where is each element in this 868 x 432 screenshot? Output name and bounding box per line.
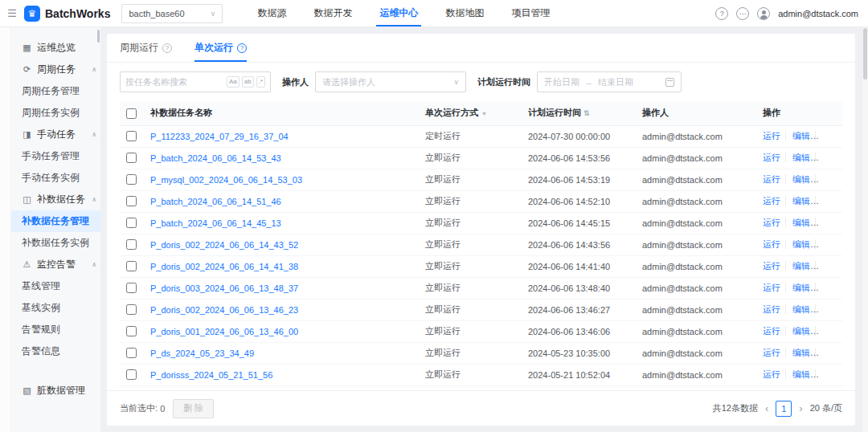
nav-item-data-source[interactable]: 数据源: [244, 0, 300, 26]
filter-funnel-icon[interactable]: ▼: [481, 111, 487, 116]
task-name-link[interactable]: P_doris_002_2024_06_06_13_46_23: [150, 305, 298, 315]
run-action[interactable]: 运行: [763, 283, 780, 292]
run-action[interactable]: 运行: [763, 174, 780, 184]
date-range-picker[interactable]: 开始日期 → 结束日期: [537, 71, 682, 92]
sidebar-item-cycle-task[interactable]: ⟳周期任务∧: [11, 59, 100, 80]
sidebar-item-manual-task-manage[interactable]: 手动任务管理: [11, 145, 100, 167]
sidebar-item-baseline-instance[interactable]: 基线实例: [11, 297, 100, 319]
run-action[interactable]: 运行: [763, 304, 780, 314]
select-all-checkbox[interactable]: [126, 108, 137, 119]
row-checkbox[interactable]: [126, 131, 137, 141]
batch-delete-button[interactable]: 删 除: [173, 399, 214, 418]
row-checkbox[interactable]: [126, 348, 137, 358]
run-action[interactable]: 运行: [763, 153, 780, 162]
search-input[interactable]: [125, 77, 224, 87]
run-action[interactable]: 运行: [763, 261, 780, 271]
row-checkbox[interactable]: [126, 326, 137, 336]
sidebar-item-label: 脏数据管理: [37, 384, 85, 397]
task-name-link[interactable]: P_batch_2024_06_06_14_45_13: [150, 218, 281, 228]
row-checkbox[interactable]: [126, 218, 137, 228]
row-checkbox[interactable]: [126, 261, 137, 271]
edit-action[interactable]: 编辑: [785, 283, 810, 292]
operator-select[interactable]: 请选择操作人 ∨: [315, 71, 466, 92]
plan-time: 2024-06-06 14:53:19: [528, 175, 610, 185]
sidebar-item-manual-task-instance[interactable]: 手动任务实例: [11, 167, 100, 189]
task-name-link[interactable]: P_ds_2024_05_23_34_49: [150, 348, 254, 358]
task-name-link[interactable]: P_mysql_002_2024_06_06_14_53_03: [150, 175, 302, 185]
start-date-placeholder: 开始日期: [544, 76, 579, 88]
user-avatar-icon[interactable]: [757, 7, 770, 20]
top-header: ☰ ♛ BatchWorks bacth_base60 ∨ 数据源数据开发运维中…: [0, 0, 868, 27]
task-name-link[interactable]: P_doris_002_2024_06_06_14_41_38: [150, 262, 298, 271]
page-scrollbar[interactable]: [862, 27, 868, 432]
edit-action[interactable]: 编辑: [785, 174, 810, 184]
tab-cycle-run[interactable]: 周期运行?: [120, 34, 172, 62]
sidebar-item-manual-task[interactable]: ◨手动任务∧: [11, 124, 100, 145]
sidebar-item-patch-data-task-instance[interactable]: 补数据任务实例: [11, 232, 100, 254]
sidebar-item-alert-rule[interactable]: 告警规则: [11, 319, 100, 340]
task-name-link[interactable]: P_batch_2024_06_06_14_53_43: [150, 153, 281, 163]
sidebar-item-patch-data-task[interactable]: ◫补数据任务∧: [11, 189, 100, 210]
edit-action[interactable]: 编辑: [785, 348, 810, 357]
edit-action[interactable]: 编辑: [785, 196, 810, 206]
run-action[interactable]: 运行: [763, 348, 780, 357]
prev-page-button[interactable]: ‹: [765, 403, 768, 414]
run-action[interactable]: 运行: [763, 131, 780, 141]
edit-action[interactable]: 编辑: [785, 326, 810, 336]
nav-item-ops-center[interactable]: 运维中心: [366, 0, 432, 26]
match-case-icon[interactable]: Aa: [227, 76, 240, 88]
next-page-button[interactable]: ›: [799, 403, 802, 414]
task-name-link[interactable]: P_dorisss_2024_05_21_51_56: [150, 370, 272, 380]
sidebar-item-label: 告警信息: [22, 344, 60, 358]
row-checkbox[interactable]: [126, 369, 137, 380]
run-action[interactable]: 运行: [763, 196, 780, 206]
row-checkbox[interactable]: [126, 196, 137, 206]
task-name-link[interactable]: P_doris_002_2024_06_06_14_43_52: [150, 240, 298, 250]
sidebar-scrollbar-thumb[interactable]: [97, 30, 100, 43]
header-right: ? ⋯ admin@dtstack.com: [715, 7, 858, 20]
project-select[interactable]: bacth_base60 ∨: [121, 4, 223, 23]
sidebar-item-cycle-task-manage[interactable]: 周期任务管理: [11, 80, 100, 102]
page-scrollbar-thumb[interactable]: [863, 28, 867, 79]
sidebar-item-monitor-alert[interactable]: ⚠监控告警∧: [11, 254, 100, 275]
run-method: 立即运行: [425, 196, 461, 206]
page-size-select[interactable]: 20 条/页: [810, 402, 842, 414]
run-action[interactable]: 运行: [763, 239, 780, 249]
edit-action[interactable]: 编辑: [785, 261, 810, 271]
row-checkbox[interactable]: [126, 153, 137, 163]
sort-icon[interactable]: ⇅: [583, 109, 590, 117]
sidebar-item-cycle-task-instance[interactable]: 周期任务实例: [11, 102, 100, 124]
feedback-icon[interactable]: ⋯: [736, 7, 749, 20]
nav-item-data-develop[interactable]: 数据开发: [300, 0, 366, 26]
sidebar-item-patch-data-task-manage[interactable]: 补数据任务管理: [11, 210, 100, 232]
tab-single-run[interactable]: 单次运行?: [194, 34, 247, 62]
run-action[interactable]: 运行: [763, 218, 780, 227]
task-name-link[interactable]: P_batch_2024_06_06_14_51_46: [150, 197, 281, 206]
edit-action[interactable]: 编辑: [785, 239, 810, 249]
menu-icon[interactable]: ☰: [0, 7, 24, 19]
edit-action[interactable]: 编辑: [785, 304, 810, 314]
match-word-icon[interactable]: ab: [242, 76, 254, 88]
task-name-link[interactable]: P_112233_2024_07_29_16_37_04: [150, 132, 289, 141]
sidebar-item-ops-overview[interactable]: ▦运维总览: [11, 37, 100, 59]
nav-item-data-map[interactable]: 数据地图: [432, 0, 497, 26]
nav-item-project-manage[interactable]: 项目管理: [497, 0, 563, 26]
sidebar-item-baseline-manage[interactable]: 基线管理: [11, 275, 100, 297]
regex-icon[interactable]: .*: [256, 76, 265, 88]
page-number[interactable]: 1: [776, 401, 792, 417]
run-action[interactable]: 运行: [763, 369, 780, 379]
task-name-link[interactable]: P_doris_003_2024_06_06_13_48_37: [150, 283, 298, 293]
edit-action[interactable]: 编辑: [785, 369, 810, 379]
row-checkbox[interactable]: [126, 174, 137, 185]
row-checkbox[interactable]: [126, 283, 137, 293]
row-checkbox[interactable]: [126, 239, 137, 250]
edit-action[interactable]: 编辑: [785, 131, 810, 141]
row-checkbox[interactable]: [126, 304, 137, 315]
help-icon[interactable]: ?: [715, 7, 728, 20]
run-action[interactable]: 运行: [763, 326, 780, 336]
task-name-link[interactable]: P_doris_001_2024_06_06_13_46_00: [150, 327, 298, 336]
edit-action[interactable]: 编辑: [785, 153, 810, 162]
edit-action[interactable]: 编辑: [785, 218, 810, 227]
sidebar-item-alert-info[interactable]: 告警信息: [11, 340, 100, 362]
sidebar-item-dirty-data-manage[interactable]: ▧脏数据管理: [11, 380, 100, 401]
